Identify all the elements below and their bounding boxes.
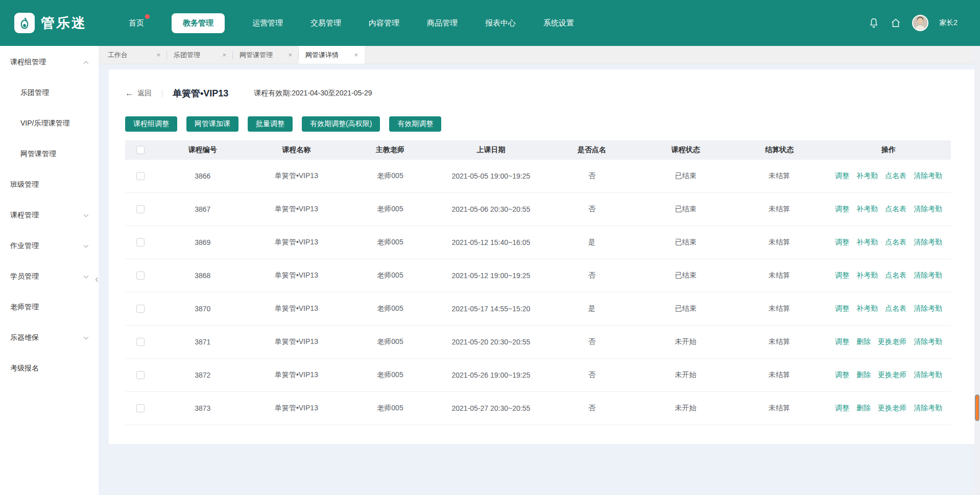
operation-link[interactable]: 补考勤 — [856, 171, 878, 181]
back-button[interactable]: ← 返回 — [125, 88, 152, 98]
operation-link[interactable]: 清除考勤 — [914, 238, 942, 247]
topnav-item[interactable]: 首页 — [129, 13, 144, 33]
operation-link[interactable]: 补考勤 — [856, 238, 878, 247]
tab-close-icon[interactable]: × — [222, 51, 226, 59]
username[interactable]: 家长2 — [939, 18, 958, 28]
page-tab[interactable]: 乐团管理 × — [167, 46, 233, 64]
topnav-item-label: 内容管理 — [369, 18, 399, 27]
sidebar-item[interactable]: 乐器维保 — [0, 323, 99, 353]
topnav-item[interactable]: 运营管理 — [252, 13, 283, 33]
action-button[interactable]: 网管课加课 — [186, 116, 238, 132]
row-checkbox[interactable] — [136, 371, 145, 379]
brand[interactable]: 管乐迷 — [14, 13, 87, 33]
operation-link[interactable]: 点名表 — [885, 205, 906, 214]
operation-link[interactable]: 删除 — [856, 404, 871, 413]
cell-rollcall: 否 — [545, 205, 639, 214]
operation-link[interactable]: 调整 — [835, 171, 849, 181]
operation-link[interactable]: 删除 — [856, 337, 871, 346]
operation-link[interactable]: 调整 — [835, 370, 849, 380]
topnav-item-label: 商品管理 — [427, 18, 458, 27]
topnav-item[interactable]: 内容管理 — [369, 13, 399, 33]
sidebar-item[interactable]: 考级报名 — [0, 353, 99, 384]
page-tab[interactable]: 网管课详情 × — [299, 46, 365, 64]
operation-link[interactable]: 点名表 — [885, 238, 906, 247]
cell-status: 已结束 — [639, 171, 733, 181]
operation-link[interactable]: 补考勤 — [856, 271, 878, 280]
row-checkbox[interactable] — [136, 305, 145, 313]
sidebar-item[interactable]: 网管课管理 — [0, 139, 99, 169]
operation-link[interactable]: 点名表 — [885, 304, 906, 313]
operation-link[interactable]: 点名表 — [885, 271, 906, 280]
cell-operations: 调整 补考勤 点名表 清除考勤 — [826, 271, 951, 280]
page-tab[interactable]: 网管课管理 × — [233, 46, 299, 64]
cell-course-id: 3866 — [156, 172, 250, 180]
cell-teacher: 老师005 — [343, 370, 437, 380]
row-checkbox[interactable] — [136, 172, 145, 180]
sidebar-item[interactable]: 班级管理 — [0, 169, 99, 200]
avatar[interactable] — [912, 15, 928, 31]
operation-link[interactable]: 清除考勤 — [914, 370, 942, 380]
tab-close-icon[interactable]: × — [156, 51, 160, 59]
sidebar-item[interactable]: 老师管理 — [0, 292, 99, 323]
topnav-item[interactable]: 商品管理 — [427, 13, 458, 33]
cell-date: 2021-05-06 20:30~20:55 — [437, 205, 545, 213]
operation-link[interactable]: 调整 — [835, 271, 849, 280]
row-checkbox[interactable] — [136, 404, 145, 412]
sidebar-item[interactable]: 作业管理 — [0, 231, 99, 261]
action-button[interactable]: 有效期调整(高权限) — [302, 116, 380, 132]
row-checkbox[interactable] — [136, 338, 145, 346]
operation-link[interactable]: 调整 — [835, 304, 849, 313]
topnav-item[interactable]: 教务管理 — [172, 13, 225, 33]
topnav-item[interactable]: 系统设置 — [543, 13, 574, 33]
operation-link[interactable]: 点名表 — [885, 171, 906, 181]
topnav-item[interactable]: 报表中心 — [485, 13, 516, 33]
sidebar-item[interactable]: VIP/乐理课管理 — [0, 108, 99, 139]
operation-link[interactable]: 删除 — [856, 370, 871, 380]
topnav-item[interactable]: 交易管理 — [310, 13, 341, 33]
operation-link[interactable]: 补考勤 — [856, 205, 878, 214]
cell-date: 2021-05-27 20:30~20:55 — [437, 404, 545, 412]
top-nav: 首页 教务管理 运营管理 交易管理 内容管理 — [129, 13, 574, 33]
home-icon[interactable] — [890, 17, 901, 29]
operation-link[interactable]: 调整 — [835, 205, 849, 214]
operation-link[interactable]: 更换老师 — [878, 404, 906, 413]
operation-link[interactable]: 清除考勤 — [914, 337, 942, 346]
sidebar-item[interactable]: 乐团管理 — [0, 78, 99, 108]
action-button[interactable]: 批量调整 — [248, 116, 293, 132]
row-checkbox[interactable] — [136, 271, 145, 280]
operation-link[interactable]: 清除考勤 — [914, 404, 942, 413]
bell-icon[interactable] — [868, 17, 879, 29]
action-button[interactable]: 课程组调整 — [125, 116, 177, 132]
select-all-checkbox[interactable] — [136, 146, 145, 154]
page-tab[interactable]: 工作台 × — [101, 46, 167, 64]
sidebar-item[interactable]: 课程管理 — [0, 200, 99, 231]
operation-link[interactable]: 清除考勤 — [914, 171, 942, 181]
operation-link[interactable]: 清除考勤 — [914, 304, 942, 313]
row-checkbox-cell — [125, 238, 156, 246]
cell-date: 2021-05-12 19:00~19:25 — [437, 271, 545, 280]
operation-link[interactable]: 补考勤 — [856, 304, 878, 313]
operation-link[interactable]: 更换老师 — [878, 370, 906, 380]
scrollbar-thumb[interactable] — [975, 394, 979, 421]
cell-course-name: 单簧管•VIP13 — [250, 404, 344, 413]
operation-link[interactable]: 调整 — [835, 404, 849, 413]
cell-course-name: 单簧管•VIP13 — [250, 205, 344, 214]
back-arrow-icon: ← — [125, 88, 134, 98]
action-button[interactable]: 有效期调整 — [389, 116, 441, 132]
row-checkbox[interactable] — [136, 205, 145, 213]
row-checkbox-cell — [125, 271, 156, 280]
table-header-row: 课程编号 课程名称 主教老师 上课日期 是否点名 课程状态 结算状态 操作 — [125, 140, 951, 160]
row-checkbox[interactable] — [136, 238, 145, 246]
tab-close-icon[interactable]: × — [354, 51, 358, 59]
operation-link[interactable]: 更换老师 — [878, 337, 906, 346]
sidebar-item[interactable]: 课程组管理 — [0, 47, 99, 78]
operation-link[interactable]: 清除考勤 — [914, 271, 942, 280]
scrollbar-track[interactable] — [974, 46, 980, 495]
cell-course-name: 单簧管•VIP13 — [250, 271, 344, 280]
operation-link[interactable]: 清除考勤 — [914, 205, 942, 214]
operation-link[interactable]: 调整 — [835, 337, 849, 346]
sidebar-collapse-handle[interactable]: ‹ — [95, 271, 99, 286]
sidebar-item[interactable]: 学员管理 — [0, 261, 99, 292]
tab-close-icon[interactable]: × — [288, 51, 292, 59]
operation-link[interactable]: 调整 — [835, 238, 849, 247]
